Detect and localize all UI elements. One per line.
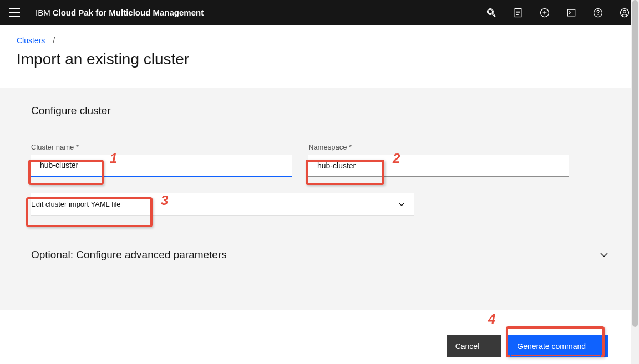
terminal-icon[interactable] bbox=[566, 7, 577, 18]
breadcrumb-link-clusters[interactable]: Clusters bbox=[17, 36, 45, 45]
brand-title: IBM Cloud Pak for Multicloud Management bbox=[36, 8, 204, 17]
chevron-down-icon bbox=[398, 202, 405, 207]
section-title: Configure cluster bbox=[31, 105, 608, 127]
brand-prefix: IBM bbox=[36, 8, 50, 17]
generate-command-button[interactable]: Generate command bbox=[508, 335, 608, 357]
svg-point-11 bbox=[623, 10, 626, 13]
breadcrumb-section: Clusters / Import an existing cluster bbox=[0, 25, 639, 68]
form-row: Cluster name * Namespace * bbox=[31, 143, 608, 177]
help-icon[interactable] bbox=[592, 7, 604, 18]
user-icon[interactable] bbox=[619, 7, 630, 18]
chevron-down-icon bbox=[600, 253, 608, 258]
namespace-label: Namespace * bbox=[308, 143, 569, 151]
yaml-expand-label: Edit cluster import YAML file bbox=[31, 200, 121, 208]
cancel-button[interactable]: Cancel bbox=[447, 335, 502, 357]
cluster-name-group: Cluster name * bbox=[31, 143, 292, 177]
document-icon[interactable] bbox=[513, 7, 524, 18]
namespace-input[interactable] bbox=[308, 155, 569, 177]
menu-icon[interactable] bbox=[9, 7, 20, 18]
brand-name: Cloud Pak for Multicloud Management bbox=[53, 8, 204, 17]
scrollbar-thumb[interactable] bbox=[632, 0, 638, 327]
yaml-expand-section[interactable]: Edit cluster import YAML file bbox=[31, 193, 414, 216]
search-icon[interactable] bbox=[486, 7, 497, 18]
add-icon[interactable] bbox=[539, 7, 550, 18]
svg-rect-7 bbox=[567, 9, 575, 16]
optional-section[interactable]: Optional: Configure advanced parameters bbox=[31, 249, 608, 268]
namespace-group: Namespace * bbox=[308, 143, 569, 177]
optional-label: Optional: Configure advanced parameters bbox=[31, 249, 227, 261]
app-header: IBM Cloud Pak for Multicloud Management bbox=[0, 0, 639, 25]
cluster-name-label: Cluster name * bbox=[31, 143, 292, 151]
callout-number-4: 4 bbox=[488, 311, 495, 327]
main-content: Configure cluster Cluster name * Namespa… bbox=[0, 88, 639, 310]
cluster-name-input[interactable] bbox=[31, 155, 292, 177]
button-row: Cancel Generate command bbox=[447, 335, 608, 357]
svg-point-9 bbox=[597, 14, 598, 14]
breadcrumb: Clusters / bbox=[17, 36, 622, 45]
page-title: Import an existing cluster bbox=[17, 50, 622, 68]
header-icons bbox=[486, 7, 630, 18]
breadcrumb-separator: / bbox=[53, 36, 55, 45]
